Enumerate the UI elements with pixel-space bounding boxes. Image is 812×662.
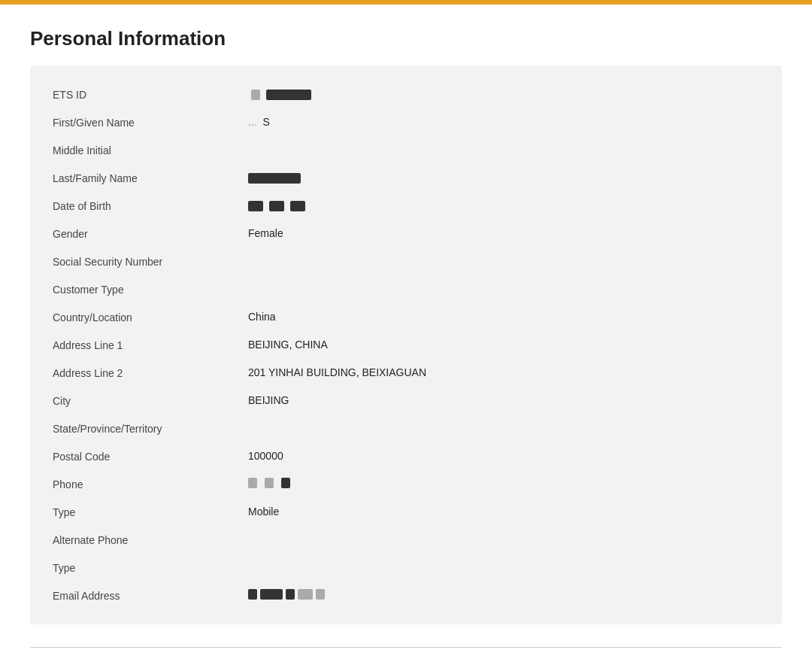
- redacted-block: [298, 589, 313, 600]
- redacted-block: [248, 201, 263, 211]
- redacted-block: [251, 90, 260, 100]
- redacted-block: [260, 589, 283, 600]
- table-row: GenderFemale: [53, 220, 759, 247]
- redacted-block: [316, 589, 325, 600]
- table-row: TypeMobile: [53, 498, 759, 526]
- redacted-block: [248, 478, 257, 488]
- table-row: Date of Birth: [53, 192, 759, 220]
- field-label: Type: [53, 561, 248, 574]
- redacted-dots: ...: [248, 116, 257, 128]
- field-label: Address Line 2: [53, 366, 248, 379]
- table-row: Email Address: [53, 582, 759, 609]
- email-block: [248, 589, 759, 600]
- redacted-block: [286, 589, 295, 600]
- table-row: First/Given Name ... S: [53, 108, 759, 136]
- field-value: [248, 199, 759, 211]
- divider: [30, 647, 782, 648]
- field-label: Social Security Number: [53, 255, 248, 268]
- field-label: Alternate Phone: [53, 533, 248, 546]
- field-value: [248, 478, 759, 488]
- table-row: Address Line 1BEIJING, CHINA: [53, 331, 759, 359]
- field-value: BEIJING: [248, 394, 759, 406]
- field-label: ETS ID: [53, 88, 248, 101]
- page-container: Personal Information ETS ID First/Given …: [0, 5, 812, 662]
- table-row: Type: [53, 554, 759, 582]
- field-label: Phone: [53, 478, 248, 490]
- field-value: 100000: [248, 450, 759, 462]
- field-value: [248, 88, 759, 100]
- field-value: Female: [248, 227, 759, 239]
- field-label: Address Line 1: [53, 339, 248, 351]
- table-row: Address Line 2201 YINHAI BUILDING, BEIXI…: [53, 359, 759, 387]
- field-label: Email Address: [53, 589, 248, 602]
- field-label: Gender: [53, 227, 248, 240]
- table-row: Middle Initial: [53, 136, 759, 164]
- redacted-block: [269, 201, 284, 211]
- field-label: Customer Type: [53, 283, 248, 296]
- table-row: Alternate Phone: [53, 526, 759, 554]
- field-value: Mobile: [248, 506, 759, 518]
- table-row: Social Security Number: [53, 247, 759, 275]
- redacted-block: [248, 589, 257, 600]
- table-row: Country/LocationChina: [53, 303, 759, 331]
- field-label: State/Province/Territory: [53, 422, 248, 435]
- redacted-block: [290, 201, 305, 211]
- field-value: China: [248, 311, 759, 323]
- field-label: City: [53, 394, 248, 407]
- field-value: 201 YINHAI BUILDING, BEIXIAGUAN: [248, 366, 759, 378]
- table-row: Phone: [53, 470, 759, 498]
- table-row: Customer Type: [53, 275, 759, 303]
- field-label: Country/Location: [53, 311, 248, 323]
- table-row: CityBEIJING: [53, 387, 759, 415]
- field-value: [248, 589, 759, 600]
- field-label: Last/Family Name: [53, 172, 248, 184]
- field-value: ... S: [248, 116, 759, 128]
- phone-block: [248, 478, 759, 488]
- table-row: ETS ID: [53, 80, 759, 108]
- info-card: ETS ID First/Given Name ... S Middle Ini…: [30, 65, 782, 624]
- field-value: [248, 172, 759, 184]
- redacted-block: [281, 478, 290, 488]
- redacted-block: [265, 478, 274, 488]
- table-row: State/Province/Territory: [53, 415, 759, 442]
- field-label: First/Given Name: [53, 116, 248, 129]
- field-label: Middle Initial: [53, 144, 248, 156]
- redacted-block: [248, 173, 301, 184]
- redacted-block: [266, 90, 311, 100]
- field-label: Type: [53, 506, 248, 518]
- redacted-letter: S: [263, 116, 270, 128]
- page-title: Personal Information: [30, 27, 782, 50]
- table-row: Postal Code100000: [53, 442, 759, 470]
- field-value: BEIJING, CHINA: [248, 339, 759, 351]
- table-row: Last/Family Name: [53, 164, 759, 192]
- field-label: Postal Code: [53, 450, 248, 463]
- field-label: Date of Birth: [53, 199, 248, 212]
